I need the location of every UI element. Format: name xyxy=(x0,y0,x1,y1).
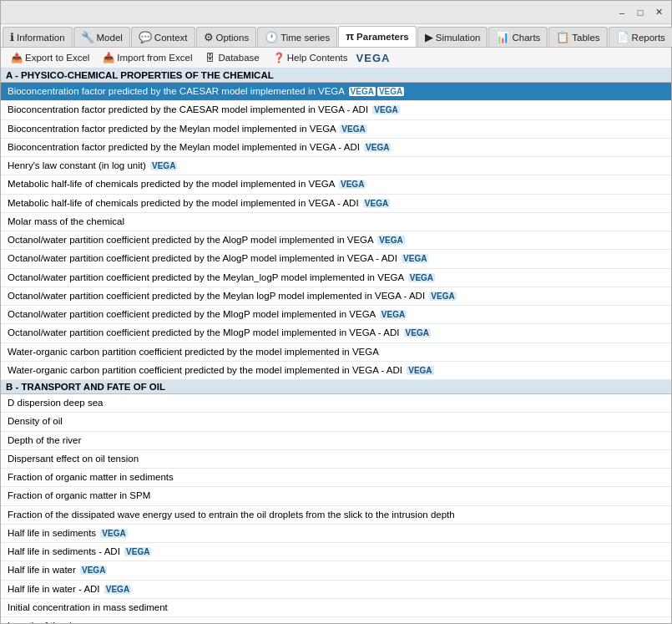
list-item[interactable]: Density of oil xyxy=(1,413,671,431)
vega-tag: VEGA xyxy=(80,566,107,575)
list-item[interactable]: Half life in water - ADI VEGA xyxy=(1,581,671,599)
vega-tag: VEGA xyxy=(100,529,127,538)
list-item[interactable]: Fraction of organic matter in SPM xyxy=(1,487,671,505)
simulation-tab-icon: ▶ xyxy=(425,31,433,43)
database-label: Database xyxy=(218,53,259,63)
list-item[interactable]: Bioconcentration factor predicted by the… xyxy=(1,101,671,119)
list-item[interactable]: Bioconcentration factor predicted by the… xyxy=(1,139,671,157)
excel-export-icon: 📤 xyxy=(11,52,23,63)
vega-tag: VEGA xyxy=(404,328,431,337)
list-item[interactable]: Depth of the river xyxy=(1,432,671,450)
options-tab-label: Options xyxy=(216,33,250,43)
list-item[interactable]: Octanol/water partition coefficient pred… xyxy=(1,324,671,342)
section-header-section-b: B - TRANSPORT AND FATE OF OIL xyxy=(1,380,671,394)
excel-import-icon: 📥 xyxy=(103,52,114,63)
vega-tag: VEGA xyxy=(339,180,366,189)
vega-tag-2: VEGA xyxy=(377,87,404,96)
titlebar: – □ ✕ xyxy=(1,1,671,24)
reports-tab-icon: 📄 xyxy=(616,31,629,43)
vega-tag: VEGA xyxy=(402,254,428,263)
tab-information[interactable]: ℹInformation xyxy=(3,27,73,47)
context-tab-label: Context xyxy=(154,33,188,43)
tab-model[interactable]: 🔧Model xyxy=(73,27,130,47)
list-item[interactable]: Bioconcentration factor predicted by the… xyxy=(1,120,671,139)
vega-tag: VEGA xyxy=(377,236,404,245)
list-item[interactable]: Water-organic carbon partition coefficie… xyxy=(1,362,671,380)
tab-simulation[interactable]: ▶Simulation xyxy=(417,27,488,47)
simulation-tab-label: Simulation xyxy=(436,33,481,43)
vega-tag: VEGA xyxy=(363,199,390,208)
list-item[interactable]: Octanol/water partition coefficient pred… xyxy=(1,306,671,324)
parameter-list: A - PHYSICO-CHEMICAL PROPERTIES OF THE C… xyxy=(1,68,671,623)
import-excel-button[interactable]: 📥 Import from Excel xyxy=(98,50,197,65)
import-label: Import from Excel xyxy=(117,53,192,63)
vega-tag: VEGA xyxy=(429,292,456,301)
vega-tag: VEGA xyxy=(340,124,366,134)
export-excel-button[interactable]: 📤 Export to Excel xyxy=(6,50,94,65)
list-item[interactable]: Length of the river xyxy=(1,617,671,623)
section-header-section-a: A - PHYSICO-CHEMICAL PROPERTIES OF THE C… xyxy=(1,68,671,83)
tab-reports[interactable]: 📄Reports xyxy=(609,27,672,47)
minimize-button[interactable]: – xyxy=(613,3,631,22)
vega-tag: VEGA xyxy=(372,105,399,114)
context-tab-icon: 💬 xyxy=(139,31,152,43)
list-item[interactable]: Metabolic half-life of chemicals predict… xyxy=(1,195,671,213)
tab-charts[interactable]: 📊Charts xyxy=(488,27,548,47)
parameters-tab-label: Parameters xyxy=(356,32,409,42)
tabbar: ℹInformation🔧Model💬Context⚙Options🕐Time … xyxy=(1,24,671,48)
database-icon: 🗄 xyxy=(205,53,215,63)
list-item[interactable]: Octanol/water partition coefficient pred… xyxy=(1,250,671,268)
model-tab-label: Model xyxy=(97,33,123,43)
tables-tab-label: Tables xyxy=(572,33,599,43)
list-item[interactable]: Half life in sediments - ADI VEGA xyxy=(1,543,671,561)
maximize-button[interactable]: □ xyxy=(631,3,649,22)
tab-parameters[interactable]: πParameters xyxy=(338,26,417,47)
vega-tag: VEGA xyxy=(407,366,433,375)
tab-options[interactable]: ⚙Options xyxy=(196,27,257,47)
vega-tag: VEGA xyxy=(349,87,376,96)
vega-tag: VEGA xyxy=(408,273,435,282)
list-item[interactable]: Octanol/water partition coefficient pred… xyxy=(1,287,671,306)
parameters-tab-icon: π xyxy=(346,30,354,43)
list-item[interactable]: D dispersion deep sea xyxy=(1,394,671,413)
tab-context[interactable]: 💬Context xyxy=(131,27,195,47)
options-tab-icon: ⚙ xyxy=(204,31,214,43)
tab-timeseries[interactable]: 🕐Time series xyxy=(257,27,337,47)
list-item[interactable]: Octanol/water partition coefficient pred… xyxy=(1,231,671,250)
close-button[interactable]: ✕ xyxy=(649,3,668,22)
vega-tag: VEGA xyxy=(124,547,151,556)
timeseries-tab-icon: 🕐 xyxy=(265,31,278,43)
list-item[interactable]: Bioconcentration factor predicted by the… xyxy=(1,83,671,101)
list-item[interactable]: Molar mass of the chemical xyxy=(1,213,671,231)
vega-logo: VEGA xyxy=(356,52,391,64)
help-icon: ❓ xyxy=(273,52,285,63)
vega-tag: VEGA xyxy=(364,143,391,152)
list-item[interactable]: Metabolic half-life of chemicals predict… xyxy=(1,175,671,194)
help-label: Help Contents xyxy=(287,53,348,63)
help-button[interactable]: ❓ Help Contents xyxy=(268,50,353,65)
information-tab-icon: ℹ xyxy=(10,31,14,43)
main-window: – □ ✕ ℹInformation🔧Model💬Context⚙Options… xyxy=(0,0,672,624)
charts-tab-label: Charts xyxy=(512,33,540,43)
tables-tab-icon: 📋 xyxy=(556,31,569,43)
list-item[interactable]: Dispersant effect on oil tension xyxy=(1,450,671,469)
vega-tag: VEGA xyxy=(380,310,407,319)
database-button[interactable]: 🗄 Database xyxy=(200,51,264,64)
list-item[interactable]: Octanol/water partition coefficient pred… xyxy=(1,269,671,287)
information-tab-label: Information xyxy=(17,33,65,43)
list-item[interactable]: Initial concentration in mass sediment xyxy=(1,599,671,617)
model-tab-icon: 🔧 xyxy=(81,31,94,43)
list-item[interactable]: Fraction of the dissipated wave energy u… xyxy=(1,506,671,525)
timeseries-tab-label: Time series xyxy=(280,33,330,43)
list-item[interactable]: Water-organic carbon partition coefficie… xyxy=(1,343,671,362)
toolbar: 📤 Export to Excel 📥 Import from Excel 🗄 … xyxy=(1,48,671,68)
list-item[interactable]: Fraction of organic matter in sediments xyxy=(1,469,671,487)
list-item[interactable]: Henry's law constant (in log unit) VEGA xyxy=(1,157,671,175)
vega-tag: VEGA xyxy=(104,585,131,594)
charts-tab-icon: 📊 xyxy=(496,31,509,43)
reports-tab-label: Reports xyxy=(632,33,665,43)
list-item[interactable]: Half life in sediments VEGA xyxy=(1,525,671,543)
vega-tag: VEGA xyxy=(150,161,177,170)
tab-tables[interactable]: 📋Tables xyxy=(548,27,607,47)
list-item[interactable]: Half life in water VEGA xyxy=(1,561,671,580)
